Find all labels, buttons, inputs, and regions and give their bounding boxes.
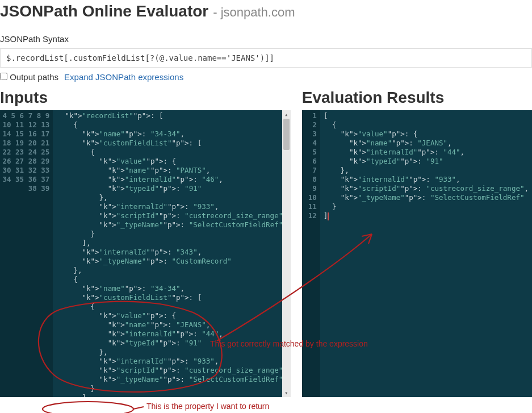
scroll-down-icon[interactable]: ▾ (282, 389, 291, 397)
inputs-editor[interactable]: 4 5 6 7 8 9 10 11 12 13 14 15 16 17 18 1… (0, 110, 291, 397)
inputs-panel: Inputs 4 5 6 7 8 9 10 11 12 13 14 15 16 … (0, 89, 291, 397)
page-title: JSONPath Online Evaluator (0, 2, 208, 20)
output-paths-label: Output paths (10, 72, 58, 82)
output-paths-option[interactable]: Output paths (0, 72, 58, 82)
inputs-gutter: 4 5 6 7 8 9 10 11 12 13 14 15 16 17 18 1… (0, 110, 53, 397)
annotation-return-pointer (133, 407, 144, 409)
results-gutter: 1 2 3 4 5 6 7 8 9 10 11 12 (302, 110, 320, 397)
page-header: JSONPath Online Evaluator - jsonpath.com (0, 0, 532, 25)
scroll-thumb[interactable] (283, 119, 290, 150)
expand-expressions-link[interactable]: Expand JSONPath expressions (64, 72, 183, 82)
inputs-scrollbar[interactable]: ▴ ▾ (282, 110, 291, 397)
results-code[interactable]: [ { "k">"value""p">: { "k">"name""p">: "… (320, 110, 532, 397)
syntax-label: JSONPath Syntax (0, 25, 532, 48)
jsonpath-expression-input[interactable] (0, 48, 532, 68)
results-panel: Evaluation Results 1 2 3 4 5 6 7 8 9 10 … (302, 89, 532, 397)
annotation-circle-return (43, 402, 133, 413)
inputs-code[interactable]: "k">"recordList""p">: [ { "k">"name""p">… (53, 110, 290, 397)
results-editor[interactable]: 1 2 3 4 5 6 7 8 9 10 11 12 [ { "k">"valu… (302, 110, 532, 397)
scroll-up-icon[interactable]: ▴ (282, 110, 291, 119)
inputs-heading: Inputs (0, 89, 291, 107)
options-row: Output paths Expand JSONPath expressions (0, 68, 532, 89)
output-paths-checkbox[interactable] (0, 73, 7, 80)
results-heading: Evaluation Results (302, 89, 532, 107)
annotation-return-text: This is the property I want to return (146, 402, 269, 411)
page-subtitle: - jsonpath.com (213, 5, 295, 20)
